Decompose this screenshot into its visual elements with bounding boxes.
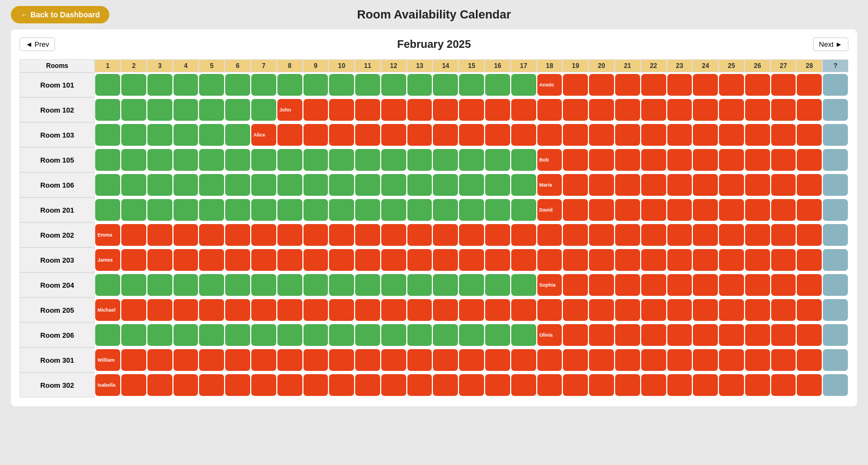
day-cell[interactable] — [693, 249, 718, 271]
day-cell[interactable] — [771, 324, 796, 346]
day-cell[interactable] — [693, 174, 718, 196]
day-cell[interactable] — [563, 174, 588, 196]
day-cell[interactable] — [589, 349, 614, 371]
day-cell[interactable] — [823, 174, 848, 196]
day-cell[interactable] — [355, 274, 380, 296]
day-cell[interactable] — [693, 349, 718, 371]
back-to-dashboard-button[interactable]: ← Back to Dashboard — [11, 6, 109, 23]
day-cell[interactable] — [277, 324, 302, 346]
day-cell[interactable]: William — [95, 349, 120, 371]
day-cell[interactable] — [199, 224, 224, 246]
day-cell[interactable] — [667, 124, 692, 146]
day-cell[interactable] — [797, 349, 822, 371]
day-cell[interactable] — [589, 199, 614, 221]
day-cell[interactable] — [589, 149, 614, 171]
day-cell[interactable] — [563, 299, 588, 321]
day-cell[interactable] — [173, 249, 199, 271]
day-cell[interactable] — [355, 174, 380, 196]
day-cell[interactable]: Emma — [95, 224, 120, 246]
day-cell[interactable] — [225, 324, 250, 346]
day-cell[interactable] — [277, 274, 302, 296]
day-cell[interactable] — [563, 274, 588, 296]
day-cell[interactable] — [485, 149, 510, 171]
day-cell[interactable] — [303, 299, 328, 321]
day-cell[interactable] — [641, 249, 666, 271]
day-cell[interactable] — [407, 99, 432, 121]
day-cell[interactable] — [459, 374, 484, 396]
day-cell[interactable] — [797, 274, 822, 296]
day-cell[interactable] — [277, 249, 302, 271]
day-cell[interactable] — [147, 74, 172, 96]
day-cell[interactable] — [589, 374, 614, 396]
day-cell[interactable] — [251, 199, 276, 221]
day-cell[interactable] — [745, 224, 770, 246]
day-cell[interactable] — [719, 349, 744, 371]
day-cell[interactable] — [199, 74, 224, 96]
next-month-button[interactable]: Next ► — [813, 38, 848, 51]
day-cell[interactable] — [199, 99, 224, 121]
day-cell[interactable] — [459, 99, 484, 121]
day-cell[interactable] — [693, 299, 718, 321]
day-cell[interactable] — [485, 74, 510, 96]
day-cell[interactable] — [615, 199, 640, 221]
day-cell[interactable] — [147, 324, 172, 346]
day-cell[interactable] — [329, 174, 354, 196]
day-cell[interactable] — [641, 99, 666, 121]
day-cell[interactable] — [563, 249, 588, 271]
day-cell[interactable] — [173, 224, 199, 246]
day-cell[interactable] — [355, 149, 380, 171]
day-cell[interactable] — [329, 299, 354, 321]
day-cell[interactable] — [511, 349, 536, 371]
day-cell[interactable] — [511, 149, 536, 171]
day-cell[interactable] — [485, 199, 510, 221]
day-cell[interactable] — [797, 374, 822, 396]
day-cell[interactable] — [147, 99, 172, 121]
day-cell[interactable] — [381, 324, 406, 346]
day-cell[interactable] — [433, 374, 458, 396]
day-cell[interactable] — [251, 274, 276, 296]
day-cell[interactable] — [745, 374, 770, 396]
day-cell[interactable] — [251, 324, 276, 346]
day-cell[interactable] — [459, 199, 484, 221]
day-cell[interactable] — [693, 274, 718, 296]
day-cell[interactable] — [381, 374, 406, 396]
day-cell[interactable] — [303, 74, 328, 96]
day-cell[interactable] — [329, 124, 354, 146]
day-cell[interactable] — [615, 274, 640, 296]
day-cell[interactable] — [563, 324, 588, 346]
day-cell[interactable] — [303, 349, 328, 371]
day-cell[interactable] — [407, 299, 432, 321]
day-cell[interactable] — [797, 199, 822, 221]
day-cell[interactable] — [511, 274, 536, 296]
day-cell[interactable] — [199, 274, 224, 296]
day-cell[interactable] — [615, 99, 640, 121]
day-cell[interactable] — [667, 349, 692, 371]
day-cell[interactable] — [303, 124, 328, 146]
day-cell[interactable] — [693, 149, 718, 171]
day-cell[interactable] — [121, 274, 146, 296]
day-cell[interactable] — [329, 374, 354, 396]
day-cell[interactable] — [615, 174, 640, 196]
day-cell[interactable] — [225, 274, 250, 296]
day-cell[interactable] — [823, 149, 848, 171]
day-cell[interactable] — [329, 249, 354, 271]
day-cell[interactable] — [641, 224, 666, 246]
day-cell[interactable] — [511, 174, 536, 196]
day-cell[interactable] — [537, 224, 562, 246]
day-cell[interactable] — [615, 124, 640, 146]
day-cell[interactable] — [589, 124, 614, 146]
day-cell[interactable] — [797, 99, 822, 121]
day-cell[interactable] — [745, 149, 770, 171]
day-cell[interactable] — [563, 349, 588, 371]
day-cell[interactable] — [485, 299, 510, 321]
day-cell[interactable] — [615, 74, 640, 96]
day-cell[interactable] — [459, 149, 484, 171]
day-cell[interactable] — [173, 74, 199, 96]
day-cell[interactable] — [771, 349, 796, 371]
day-cell[interactable] — [537, 299, 562, 321]
day-cell[interactable] — [693, 224, 718, 246]
day-cell[interactable] — [589, 74, 614, 96]
day-cell[interactable] — [823, 224, 848, 246]
day-cell[interactable] — [615, 349, 640, 371]
day-cell[interactable] — [511, 249, 536, 271]
